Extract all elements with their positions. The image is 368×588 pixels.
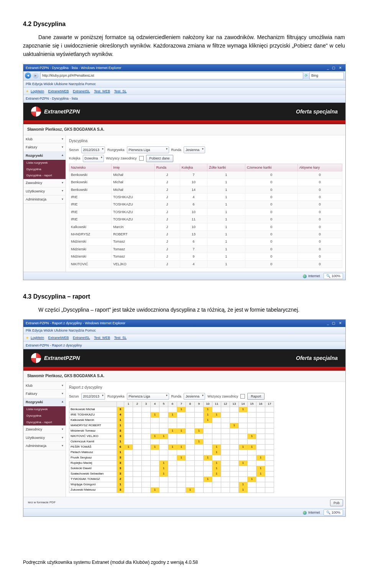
round-cell: 1: [204, 412, 212, 418]
favbar[interactable]: ★ LogMeIn ExtranetWEB ExtranetSL Test_WE…: [23, 334, 345, 342]
user-context: Sławomir Pieńkosz, GKS BOGDANKA S.A.: [23, 124, 345, 135]
pob-button[interactable]: Pob: [330, 499, 343, 506]
table-row[interactable]: NIKITOVIĆVELJKOJ4100: [69, 260, 342, 268]
sidebar-item-rozgrywki[interactable]: Rozgrywki▴: [23, 152, 66, 160]
round-cell: [212, 439, 221, 445]
window-controls[interactable]: _ ▢ ✕: [327, 65, 343, 71]
address-bar[interactable]: http://kluby.pzpn.pl/#/PenaltiesList: [40, 72, 303, 79]
nav-fwd-icon[interactable]: ►: [33, 72, 39, 79]
table-row[interactable]: MidzierskiTomaszJ9100: [69, 253, 342, 260]
table-row[interactable]: BenkowskiMichałJ14100: [69, 186, 342, 193]
sidebar-sub-raport[interactable]: Dyscyplina - raport: [23, 172, 66, 179]
raport-button[interactable]: Raport: [247, 393, 264, 400]
zoom-level[interactable]: 🔍 100%: [324, 509, 343, 516]
round-cell: [124, 434, 133, 439]
round-cell: [256, 488, 265, 493]
table-header[interactable]: Runda: [154, 164, 180, 171]
round-cell: [212, 434, 221, 439]
table-cell: 1: [207, 260, 245, 268]
search-box[interactable]: Bing: [309, 72, 344, 79]
menubar[interactable]: Plik Edycja Widok Ulubione Narzędzia Pom…: [23, 80, 345, 88]
sidebar-item-zawodnicy[interactable]: Zawodnicy▾: [23, 179, 66, 187]
table-header[interactable]: Aktywne kary: [297, 164, 342, 171]
pdf-export-link[interactable]: ierz w formacie PDF: [26, 499, 58, 507]
round-cell: [151, 471, 159, 477]
checkbox-wszyscy[interactable]: [240, 394, 245, 399]
sidebar-item-administracja[interactable]: Administracja▾: [23, 195, 66, 204]
sidebar-sub-lista[interactable]: Lista rozgrywek: [23, 406, 66, 413]
total-cell: 3: [117, 429, 124, 434]
star-icon[interactable]: ★: [26, 336, 29, 340]
sidebar-sub-raport[interactable]: Dyscyplina - raport: [23, 419, 66, 426]
star-icon[interactable]: ★: [26, 89, 29, 93]
select-rozgrywka[interactable]: Pierwsza Liga: [127, 393, 169, 400]
sidebar-item-uzytkownicy[interactable]: Użytkownicy▾: [23, 187, 66, 195]
sidebar-item-faktury[interactable]: Faktury▾: [23, 143, 66, 151]
table-row[interactable]: MANDRYSZROBERTJ13100: [69, 231, 342, 238]
fav-links[interactable]: LogMeIn ExtranetWEB ExtranetSL Test_WEB …: [31, 89, 130, 93]
table-row[interactable]: IRIETOSHIKAZUJ4100: [69, 194, 342, 201]
round-cell: [204, 434, 212, 439]
sidebar-sub-dyscyplina[interactable]: Dyscyplina: [23, 166, 66, 173]
select-runda[interactable]: Jesienna: [184, 146, 205, 153]
total-cell: 1: [117, 482, 124, 488]
table-row[interactable]: BenkowskiMichałJ10100: [69, 179, 342, 186]
select-rozgrywka[interactable]: Pierwsza Liga: [127, 146, 169, 153]
sidebar-item-klub[interactable]: Klub▾: [23, 135, 66, 143]
pobierz-dane-button[interactable]: Pobierz dane: [146, 155, 173, 162]
select-kolejka[interactable]: Dowolna: [83, 155, 104, 162]
table-header[interactable]: Nazwisko: [69, 164, 112, 171]
table-row[interactable]: IRIETOSHIKAZUJ11100: [69, 216, 342, 223]
round-cell: [186, 445, 195, 450]
table-cell: 1: [207, 223, 245, 230]
table-header[interactable]: Kolejka: [180, 164, 207, 171]
table-cell: IRIE: [69, 194, 112, 201]
table-row[interactable]: MidzierskiTomaszJ6100: [69, 238, 342, 245]
chevron-down-icon: ▾: [62, 189, 63, 194]
table-row[interactable]: KalkowskiMarcinJ10100: [69, 223, 342, 230]
table-header[interactable]: Czerwone kartki: [245, 164, 297, 171]
round-cell: [177, 434, 186, 439]
round-cell: [256, 423, 265, 429]
table-row[interactable]: IRIETOSHIKAZUJ10100: [69, 208, 342, 215]
round-cell: 1: [239, 407, 248, 412]
round-cell: 1: [256, 471, 265, 477]
table-row: Sołdecki Dawid3111: [69, 466, 274, 471]
table-row[interactable]: MidzierskiTomaszJ7100: [69, 245, 342, 253]
sidebar-item-klub[interactable]: Klub▾: [23, 382, 66, 390]
sidebar-sub-dyscyplina[interactable]: Dyscyplina: [23, 413, 66, 419]
select-sezon[interactable]: 2012/2013: [81, 146, 105, 153]
browser-tab[interactable]: Extranet-PZPN - Raport z dyscypliny: [26, 343, 82, 347]
round-cell: [230, 488, 239, 493]
nav-back-icon[interactable]: ◄: [25, 72, 31, 79]
round-cell: [151, 450, 159, 455]
total-cell: 4: [117, 412, 124, 418]
zoom-level[interactable]: 🔍 100%: [324, 273, 343, 279]
checkbox-wszyscy[interactable]: [139, 156, 144, 161]
table-header[interactable]: Imię: [112, 164, 154, 171]
menubar[interactable]: Plik Edycja Widok Ulubione Narzędzia Pom…: [23, 327, 345, 334]
round-cell: 1: [195, 439, 204, 445]
select-sezon[interactable]: 2012/2013: [81, 393, 105, 400]
round-cell: 1: [177, 429, 186, 434]
refresh-icon[interactable]: ⟳: [305, 73, 308, 78]
favbar[interactable]: ★ LogMeIn ExtranetWEB ExtranetSL Test_WE…: [23, 88, 345, 95]
browser-tab[interactable]: Extranet-PZPN - Dyscyplina - lista: [26, 97, 78, 100]
sidebar-item-uzytkownicy[interactable]: Użytkownicy▾: [23, 434, 66, 442]
round-cell: [124, 482, 133, 488]
round-cell: [142, 412, 151, 418]
table-row[interactable]: BenkowskiMichałJ7100: [69, 171, 342, 178]
table-row[interactable]: IRIETOSHIKAZUJ6100: [69, 201, 342, 208]
sidebar-item-administracja[interactable]: Administracja▾: [23, 442, 66, 450]
sidebar-item-faktury[interactable]: Faktury▾: [23, 390, 66, 398]
select-runda[interactable]: Jesienna: [184, 393, 205, 400]
table-header[interactable]: Żółte kartki: [207, 164, 245, 171]
window-controls[interactable]: _ ▢ ✕: [327, 320, 343, 326]
sidebar-item-rozgrywki[interactable]: Rozgrywki▴: [23, 398, 66, 406]
round-cell: [133, 488, 142, 493]
round-cell: [151, 455, 159, 461]
sidebar-sub-lista[interactable]: Lista rozgrywek: [23, 160, 66, 166]
sidebar-item-zawodnicy[interactable]: Zawodnicy▾: [23, 425, 66, 434]
table-row: Wojdyga Grzegorz11: [69, 482, 274, 488]
round-cell: [230, 434, 239, 439]
